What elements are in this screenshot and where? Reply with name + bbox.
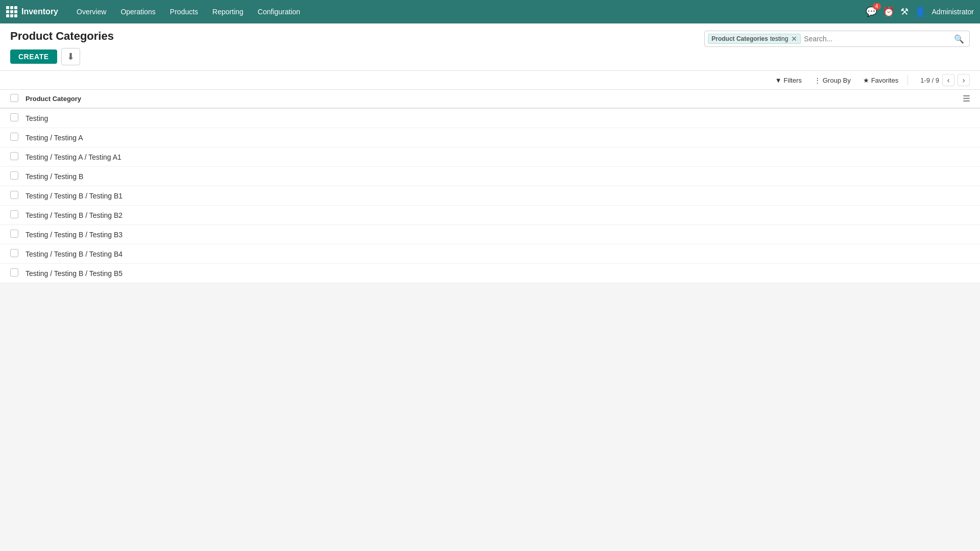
row-text-3: Testing / Testing B [26,172,970,181]
row-text-5: Testing / Testing B / Testing B2 [26,211,970,219]
search-tag-value: testing [770,35,788,42]
page-title: Product Categories [10,30,114,43]
list-item[interactable]: Testing / Testing B / Testing B3 [0,225,980,244]
row-checkbox-5[interactable] [10,210,26,220]
row-checkbox-8[interactable] [10,268,26,278]
nav-operations[interactable]: Operations [114,5,161,19]
search-icon[interactable]: 🔍 [951,34,967,44]
row-checkbox-7[interactable] [10,249,26,259]
select-all-checkbox[interactable] [10,94,18,102]
row-checkbox-3[interactable] [10,171,26,181]
clock-icon[interactable]: ⏰ [883,6,894,17]
page-header: Product Categories Product Categories te… [0,23,980,71]
apps-icon[interactable] [6,6,17,17]
favorites-button[interactable]: ★ Favorites [858,74,903,86]
list-item[interactable]: Testing / Testing B / Testing B1 [0,186,980,206]
list-item[interactable]: Testing / Testing A / Testing A1 [0,147,980,167]
chat-icon[interactable]: 💬 4 [866,6,877,17]
settings-icon[interactable]: ⚒ [900,6,909,17]
main-content-area [0,283,980,551]
row-text-1: Testing / Testing A [26,134,970,142]
list-item[interactable]: Testing / Testing B / Testing B5 [0,264,980,283]
pagination: 1-9 / 9 ‹ › [920,74,970,86]
filters-button[interactable]: ▼ Filters [770,74,806,86]
pagination-next[interactable]: › [958,74,970,86]
row-checkbox-0[interactable] [10,113,26,123]
top-menu: Overview Operations Products Reporting C… [70,5,866,19]
nav-configuration[interactable]: Configuration [252,5,306,19]
star-icon: ★ [863,77,869,84]
search-container: Product Categories testing ✕ 🔍 [704,31,970,47]
groupby-label: Group By [823,77,851,84]
row-text-8: Testing / Testing B / Testing B5 [26,269,970,278]
create-button[interactable]: CREATE [10,49,57,64]
search-tag-label: Product Categories [712,35,768,42]
row-text-4: Testing / Testing B / Testing B1 [26,192,970,200]
search-tag: Product Categories testing ✕ [708,34,801,44]
list-settings-icon[interactable]: ☰ [963,94,970,104]
header-checkbox[interactable] [10,94,26,104]
search-input[interactable] [802,34,951,44]
toolbar: ▼ Filters ⋮ Group By ★ Favorites 1-9 / 9… [0,71,980,90]
column-header-product-category: Product Category [26,95,81,103]
filter-icon: ▼ [775,77,781,84]
list-item[interactable]: Testing / Testing A [0,128,980,147]
page-actions: CREATE ⬇ [10,48,970,70]
nav-products[interactable]: Products [164,5,204,19]
export-button[interactable]: ⬇ [61,48,80,65]
row-checkbox-6[interactable] [10,230,26,239]
groupby-button[interactable]: ⋮ Group By [809,74,856,86]
nav-overview[interactable]: Overview [70,5,112,19]
chat-badge: 4 [873,3,881,10]
list-item[interactable]: Testing / Testing B / Testing B4 [0,244,980,264]
search-tag-close[interactable]: ✕ [791,35,797,43]
row-checkbox-4[interactable] [10,191,26,201]
pagination-text: 1-9 / 9 [920,77,939,84]
list-item[interactable]: Testing / Testing B [0,167,980,186]
favorites-label: Favorites [871,77,898,84]
nav-reporting[interactable]: Reporting [206,5,250,19]
list-item[interactable]: Testing / Testing B / Testing B2 [0,206,980,225]
app-brand[interactable]: Inventory [21,7,58,16]
row-text-2: Testing / Testing A / Testing A1 [26,153,970,161]
row-text-7: Testing / Testing B / Testing B4 [26,250,970,258]
toolbar-separator [908,75,908,85]
row-text-0: Testing [26,114,970,122]
top-navigation: Inventory Overview Operations Products R… [0,0,980,23]
topnav-right: 💬 4 ⏰ ⚒ 👤 Administrator [866,6,974,17]
user-label[interactable]: Administrator [932,8,974,16]
user-icon[interactable]: 👤 [915,6,926,17]
filters-label: Filters [783,77,801,84]
groupby-icon: ⋮ [814,77,821,84]
row-text-6: Testing / Testing B / Testing B3 [26,231,970,239]
row-checkbox-1[interactable] [10,133,26,142]
row-checkbox-2[interactable] [10,152,26,162]
pagination-prev[interactable]: ‹ [942,74,954,86]
list-header: Product Category ☰ [0,90,980,109]
list-item[interactable]: Testing [0,109,980,128]
list-container: Product Category ☰ Testing Testing / Tes… [0,90,980,283]
